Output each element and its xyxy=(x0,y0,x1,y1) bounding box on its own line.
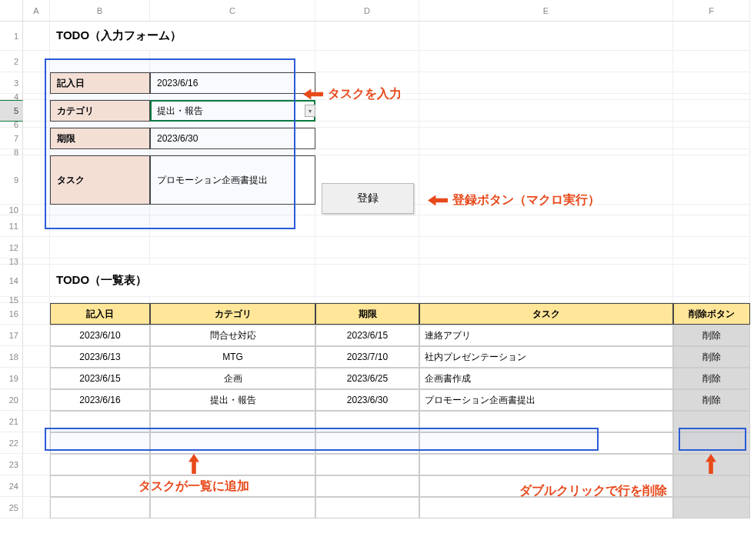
cell-C22[interactable] xyxy=(150,432,315,454)
column-header-B[interactable]: B xyxy=(50,0,150,22)
cell-D25[interactable] xyxy=(315,497,419,518)
cell-A18[interactable] xyxy=(23,346,50,368)
row-header-11[interactable]: 11 xyxy=(0,215,23,237)
cell-D5[interactable] xyxy=(315,100,419,122)
cell-E15[interactable] xyxy=(419,297,673,303)
list-header-col4[interactable]: タスク xyxy=(419,303,673,325)
cell-C11[interactable] xyxy=(150,215,315,237)
cell-C25[interactable] xyxy=(150,497,315,518)
cell-A25[interactable] xyxy=(23,497,50,518)
column-header-D[interactable]: D xyxy=(315,0,419,22)
cell-D12[interactable] xyxy=(315,237,419,258)
cell-B21[interactable] xyxy=(50,411,150,432)
list-header-col2[interactable]: カテゴリ xyxy=(150,303,315,325)
column-header-C[interactable]: C xyxy=(150,0,315,22)
table-cell-due[interactable]: 2023/6/30 xyxy=(315,389,419,411)
list-header-col1[interactable]: 記入日 xyxy=(50,303,150,325)
form-task-value[interactable]: プロモーション企画書提出 xyxy=(150,155,315,205)
row-header-1[interactable]: 1 xyxy=(0,22,23,51)
table-cell-task[interactable]: プロモーション企画書提出 xyxy=(419,389,673,411)
table-cell-due[interactable]: 2023/6/15 xyxy=(315,325,419,346)
cell-B15[interactable] xyxy=(50,297,150,303)
cell-B4[interactable] xyxy=(50,94,150,100)
select-all-corner[interactable] xyxy=(0,0,23,22)
cell-E22[interactable] xyxy=(419,432,673,454)
cell-D21[interactable] xyxy=(315,411,419,432)
cell-A11[interactable] xyxy=(23,215,50,237)
table-cell-due[interactable]: 2023/6/25 xyxy=(315,368,419,389)
row-header-23[interactable]: 23 xyxy=(0,454,23,475)
cell-A12[interactable] xyxy=(23,237,50,258)
table-cell-task[interactable]: 企画書作成 xyxy=(419,368,673,389)
cell-B25[interactable] xyxy=(50,497,150,518)
list-title[interactable]: TODO（一覧表） xyxy=(50,265,315,297)
cell-E4[interactable] xyxy=(419,94,673,100)
table-cell-category[interactable]: 問合せ対応 xyxy=(150,325,315,346)
form-category-label[interactable]: カテゴリ xyxy=(50,100,150,122)
dropdown-handle-icon[interactable]: ▾ xyxy=(305,105,315,117)
cell-C12[interactable] xyxy=(150,237,315,258)
form-date-value[interactable]: 2023/6/16 xyxy=(150,72,315,94)
cell-E21[interactable] xyxy=(419,411,673,432)
cell-B24[interactable] xyxy=(50,475,150,497)
cell-A23[interactable] xyxy=(23,454,50,475)
row-header-18[interactable]: 18 xyxy=(0,346,23,368)
cell-E14[interactable] xyxy=(419,265,673,297)
cell-F3[interactable] xyxy=(673,72,750,94)
cell-F11[interactable] xyxy=(673,215,750,237)
row-header-8[interactable]: 8 xyxy=(0,149,23,155)
form-due-label[interactable]: 期限 xyxy=(50,128,150,149)
cell-F5[interactable] xyxy=(673,100,750,122)
cell-A22[interactable] xyxy=(23,432,50,454)
cell-F7[interactable] xyxy=(673,128,750,149)
cell-F14[interactable] xyxy=(673,265,750,297)
cell-F25[interactable] xyxy=(673,497,750,518)
row-header-24[interactable]: 24 xyxy=(0,475,23,497)
row-header-2[interactable]: 2 xyxy=(0,51,23,72)
delete-row-button[interactable]: 削除 xyxy=(673,389,750,411)
table-cell-date[interactable]: 2023/6/16 xyxy=(50,389,150,411)
cell-B8[interactable] xyxy=(50,149,150,155)
cell-C6[interactable] xyxy=(150,122,315,128)
cell-E13[interactable] xyxy=(419,258,673,265)
cell-D6[interactable] xyxy=(315,122,419,128)
cell-F1[interactable] xyxy=(673,22,750,51)
form-title[interactable]: TODO（入力フォーム） xyxy=(50,22,315,51)
cell-E23[interactable] xyxy=(419,454,673,475)
cell-D24[interactable] xyxy=(315,475,419,497)
cell-A8[interactable] xyxy=(23,149,50,155)
cell-C8[interactable] xyxy=(150,149,315,155)
cell-B13[interactable] xyxy=(50,258,150,265)
table-cell-date[interactable]: 2023/6/13 xyxy=(50,346,150,368)
cell-F12[interactable] xyxy=(673,237,750,258)
form-task-label[interactable]: タスク xyxy=(50,155,150,205)
row-header-13[interactable]: 13 xyxy=(0,258,23,265)
table-cell-task[interactable]: 社内プレゼンテーション xyxy=(419,346,673,368)
cell-D11[interactable] xyxy=(315,215,419,237)
row-header-19[interactable]: 19 xyxy=(0,368,23,389)
form-date-label[interactable]: 記入日 xyxy=(50,72,150,94)
cell-D23[interactable] xyxy=(315,454,419,475)
table-cell-category[interactable]: 企画 xyxy=(150,368,315,389)
cell-F10[interactable] xyxy=(673,205,750,215)
cell-D14[interactable] xyxy=(315,265,419,297)
cell-A19[interactable] xyxy=(23,368,50,389)
cell-A21[interactable] xyxy=(23,411,50,432)
row-header-5[interactable]: 5 xyxy=(0,100,23,122)
cell-F6[interactable] xyxy=(673,122,750,128)
cell-A9[interactable] xyxy=(23,155,50,205)
cell-E8[interactable] xyxy=(419,149,673,155)
table-cell-category[interactable]: 提出・報告 xyxy=(150,389,315,411)
column-header-A[interactable]: A xyxy=(23,0,50,22)
cell-A17[interactable] xyxy=(23,325,50,346)
column-header-E[interactable]: E xyxy=(419,0,673,22)
cell-E7[interactable] xyxy=(419,128,673,149)
table-cell-date[interactable]: 2023/6/15 xyxy=(50,368,150,389)
delete-row-button[interactable]: 削除 xyxy=(673,368,750,389)
list-header-col5[interactable]: 削除ボタン xyxy=(673,303,750,325)
cell-F2[interactable] xyxy=(673,51,750,72)
row-header-16[interactable]: 16 xyxy=(0,303,23,325)
cell-A14[interactable] xyxy=(23,265,50,297)
cell-F24[interactable] xyxy=(673,475,750,497)
register-button[interactable]: 登録 xyxy=(322,183,414,214)
